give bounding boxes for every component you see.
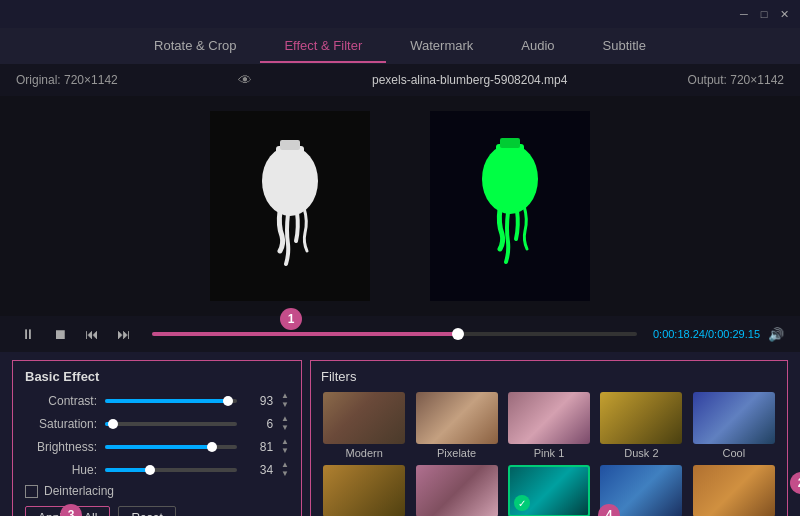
hue-down[interactable]: ▼ [281, 470, 289, 478]
saturation-track[interactable] [105, 422, 237, 426]
deinterlace-checkbox[interactable] [25, 485, 38, 498]
next-button[interactable]: ⏭ [112, 322, 136, 346]
annotation-3: 3 [60, 504, 82, 516]
tab-effect[interactable]: Effect & Filter [260, 30, 386, 63]
tabs-bar: Rotate & Crop Effect & Filter Watermark … [0, 28, 800, 64]
filter-thumb-modern [323, 392, 405, 444]
original-resolution: Original: 720×1142 [16, 73, 118, 87]
contrast-value: 93 [245, 394, 273, 408]
hue-row: Hue: 34 ▲ ▼ [25, 461, 289, 478]
brightness-fill [105, 445, 212, 449]
filter-item-dusk2[interactable]: Dusk 2 [598, 392, 684, 459]
contrast-row: Contrast: 93 ▲ ▼ [25, 392, 289, 409]
contrast-up[interactable]: ▲ [281, 392, 289, 400]
file-bar: Original: 720×1142 👁 pexels-alina-blumbe… [0, 64, 800, 96]
saturation-label: Saturation: [25, 417, 97, 431]
brightness-arrows[interactable]: ▲ ▼ [281, 438, 289, 455]
annotation-2: 2 [790, 472, 800, 494]
pause-button[interactable]: ⏸ [16, 322, 40, 346]
brightness-up[interactable]: ▲ [281, 438, 289, 446]
filter-name-cool: Cool [722, 447, 745, 459]
saturation-up[interactable]: ▲ [281, 415, 289, 423]
filter-item-dusk1[interactable]: Dusk 1 [691, 465, 777, 516]
progress-track[interactable] [152, 332, 637, 336]
filter-thumb-green: ✓ [508, 465, 590, 516]
saturation-row: Saturation: 6 ▲ ▼ [25, 415, 289, 432]
brightness-thumb[interactable] [207, 442, 217, 452]
hue-fill [105, 468, 150, 472]
preview-area [0, 96, 800, 316]
filter-name-modern: Modern [346, 447, 383, 459]
filter-check-green: ✓ [514, 495, 530, 511]
brightness-value: 81 [245, 440, 273, 454]
saturation-value: 6 [245, 417, 273, 431]
filters-title: Filters [321, 369, 777, 384]
annotation-3-area: 3 [60, 504, 82, 516]
deinterlace-label: Deinterlacing [44, 484, 114, 498]
tab-subtitle[interactable]: Subtitle [579, 30, 670, 63]
transport-bar: ⏸ ⏹ ⏮ ⏭ 0:00:18.24/0:00:29.15 🔊 1 [0, 316, 800, 352]
filter-thumb-dusk1 [693, 465, 775, 516]
hue-label: Hue: [25, 463, 97, 477]
contrast-label: Contrast: [25, 394, 97, 408]
saturation-thumb[interactable] [108, 419, 118, 429]
output-resolution: Output: 720×1142 [688, 73, 784, 87]
filter-name-pink1: Pink 1 [534, 447, 565, 459]
contrast-arrows[interactable]: ▲ ▼ [281, 392, 289, 409]
filter-item-dusk3[interactable]: Dusk 3 [321, 465, 407, 516]
stop-button[interactable]: ⏹ [48, 322, 72, 346]
filename: pexels-alina-blumberg-5908204.mp4 [372, 73, 567, 87]
filter-item-pink2[interactable]: Pink 2 [413, 465, 499, 516]
annotation-4: 4 [598, 504, 620, 516]
hue-arrows[interactable]: ▲ ▼ [281, 461, 289, 478]
eye-icon[interactable]: 👁 [238, 72, 252, 88]
filter-name-dusk2: Dusk 2 [624, 447, 658, 459]
basic-effect-title: Basic Effect [25, 369, 289, 384]
saturation-arrows[interactable]: ▲ ▼ [281, 415, 289, 432]
filter-item-cool[interactable]: Cool [691, 392, 777, 459]
filter-thumb-cool [693, 392, 775, 444]
hue-track[interactable] [105, 468, 237, 472]
hue-thumb[interactable] [145, 465, 155, 475]
volume-icon[interactable]: 🔊 [768, 327, 784, 342]
time-display: 0:00:18.24/0:00:29.15 [653, 328, 760, 340]
progress-fill [152, 332, 458, 336]
title-bar: ─ □ ✕ [0, 0, 800, 28]
brightness-track[interactable] [105, 445, 237, 449]
preview-output [430, 111, 590, 301]
filter-thumb-pixelate [416, 392, 498, 444]
basic-effect-panel: Basic Effect Contrast: 93 ▲ ▼ Saturation… [12, 360, 302, 516]
filters-panel: Filters ModernPixelatePink 1Dusk 2CoolDu… [310, 360, 788, 516]
hue-value: 34 [245, 463, 273, 477]
contrast-fill [105, 399, 228, 403]
svg-rect-3 [280, 140, 300, 150]
filter-item-green[interactable]: ✓Green [506, 465, 592, 516]
contrast-down[interactable]: ▼ [281, 401, 289, 409]
close-button[interactable]: ✕ [776, 6, 792, 22]
brightness-label: Brightness: [25, 440, 97, 454]
hue-up[interactable]: ▲ [281, 461, 289, 469]
prev-button[interactable]: ⏮ [80, 322, 104, 346]
deinterlace-row: Deinterlacing [25, 484, 289, 498]
minimize-button[interactable]: ─ [736, 6, 752, 22]
annotation-4-area: 4 [598, 504, 620, 516]
saturation-down[interactable]: ▼ [281, 424, 289, 432]
tab-audio[interactable]: Audio [497, 30, 578, 63]
brightness-down[interactable]: ▼ [281, 447, 289, 455]
filter-item-modern[interactable]: Modern [321, 392, 407, 459]
annotation-1: 1 [280, 308, 302, 330]
filters-grid: ModernPixelatePink 1Dusk 2CoolDusk 3Pink… [321, 392, 777, 516]
brightness-row: Brightness: 81 ▲ ▼ [25, 438, 289, 455]
bottom-panels: Basic Effect Contrast: 93 ▲ ▼ Saturation… [0, 352, 800, 516]
svg-rect-7 [500, 138, 520, 148]
maximize-button[interactable]: □ [756, 6, 772, 22]
tab-watermark[interactable]: Watermark [386, 30, 497, 63]
filter-item-pink1[interactable]: Pink 1 [506, 392, 592, 459]
filter-thumb-dusk3 [323, 465, 405, 516]
tab-rotate[interactable]: Rotate & Crop [130, 30, 260, 63]
preview-original [210, 111, 370, 301]
contrast-track[interactable] [105, 399, 237, 403]
filter-item-pixelate[interactable]: Pixelate [413, 392, 499, 459]
contrast-thumb[interactable] [223, 396, 233, 406]
progress-thumb[interactable] [452, 328, 464, 340]
